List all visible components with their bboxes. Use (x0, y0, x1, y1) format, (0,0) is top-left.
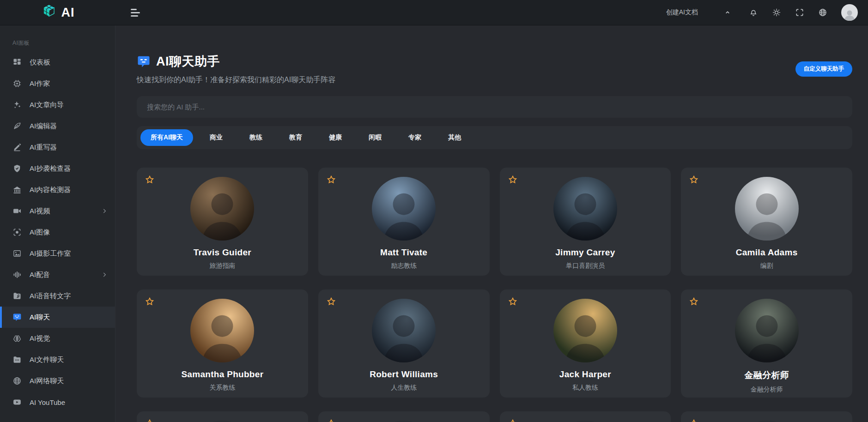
favorite-star-icon[interactable] (145, 297, 154, 306)
cube-logo-icon (41, 4, 57, 21)
favorite-star-icon[interactable] (145, 175, 154, 184)
assistant-name: Samantha Phubber (137, 369, 308, 380)
assistant-card[interactable]: Jimmy Carrey 单口喜剧演员 (500, 168, 671, 276)
shield-check-icon (12, 164, 22, 173)
create-ai-doc-button[interactable]: 创建AI文档 (666, 8, 698, 17)
photo-icon (12, 249, 22, 258)
dashboard-icon (12, 58, 22, 67)
chat-bubble-icon (12, 313, 22, 322)
sidebar-item-ai-voiceover[interactable]: AI配音 (0, 264, 115, 285)
assistant-role: 励志教练 (318, 262, 490, 270)
assistant-card[interactable]: Matt Tivate 励志教练 (318, 168, 490, 276)
sidebar-item-ai-article-wizard[interactable]: AI文章向导 (0, 94, 115, 115)
assistant-card-partial[interactable] (137, 411, 308, 422)
favorite-star-icon[interactable] (508, 175, 517, 184)
folder-dots-icon (12, 355, 22, 364)
tab-business[interactable]: 商业 (200, 129, 233, 146)
tab-all-ai-chats[interactable]: 所有AI聊天 (140, 129, 193, 146)
logo-text: AI (61, 6, 75, 20)
pencil-icon (12, 143, 22, 152)
sidebar-item-ai-speech-to-text[interactable]: AI语音转文字 (0, 285, 115, 307)
category-tabs: 所有AI聊天 商业 教练 教育 健康 闲暇 专家 其他 (137, 126, 852, 149)
sidebar-item-ai-chat[interactable]: AI聊天 (0, 307, 115, 328)
topbar-actions: 创建AI文档 (666, 4, 868, 21)
waveform-icon (12, 270, 22, 279)
globe-icon[interactable] (818, 8, 827, 17)
sidebar-item-label: AI文件聊天 (30, 356, 64, 364)
favorite-star-icon[interactable] (508, 419, 517, 422)
search-input[interactable] (137, 103, 852, 111)
sidebar-item-dashboard[interactable]: 仪表板 (0, 52, 115, 73)
assistant-avatar (553, 299, 617, 362)
fullscreen-icon[interactable] (795, 8, 804, 17)
assistant-card-partial[interactable] (681, 411, 852, 422)
assistant-avatar (190, 177, 254, 241)
search-box (137, 96, 852, 118)
page-subtitle: 快速找到你的AI助手！准备好探索我们精彩的AI聊天助手阵容 (137, 75, 335, 85)
assistant-card[interactable]: 金融分析师 金融分析师 (681, 289, 852, 398)
sidebar-item-ai-writer[interactable]: AI作家 (0, 73, 115, 94)
assistant-name: Camila Adams (681, 247, 852, 258)
custom-chat-assistant-button[interactable]: 自定义聊天助手 (795, 61, 853, 77)
favorite-star-icon[interactable] (689, 419, 698, 422)
tab-other[interactable]: 其他 (438, 129, 471, 146)
menu-toggle-icon[interactable] (131, 9, 140, 17)
sidebar-item-ai-photo-studio[interactable]: AI摄影工作室 (0, 243, 115, 264)
tab-coach[interactable]: 教练 (239, 129, 273, 146)
assistant-card-partial[interactable] (500, 411, 671, 422)
assistant-role: 金融分析师 (681, 386, 852, 394)
globe-icon (12, 376, 22, 386)
sidebar-item-ai-web-chat[interactable]: AI网络聊天 (0, 370, 115, 392)
sidebar-item-ai-video[interactable]: AI视频 (0, 200, 115, 222)
sidebar-item-ai-rewriter[interactable]: AI重写器 (0, 137, 115, 158)
sidebar-item-label: AI编辑器 (30, 122, 57, 131)
sidebar-item-ai-plagiarism-checker[interactable]: AI抄袭检查器 (0, 158, 115, 179)
topbar: AI 创建AI文档 (0, 0, 868, 25)
page-header: AI聊天助手 快速找到你的AI助手！准备好探索我们精彩的AI聊天助手阵容 自定义… (137, 53, 852, 85)
assistant-card[interactable]: Samantha Phubber 关系教练 (137, 289, 308, 398)
main-content: AI聊天助手 快速找到你的AI助手！准备好探索我们精彩的AI聊天助手阵容 自定义… (115, 25, 868, 422)
favorite-star-icon[interactable] (327, 297, 336, 306)
sidebar-item-ai-vision[interactable]: AI视觉 (0, 328, 115, 349)
chevron-up-icon[interactable] (723, 8, 732, 17)
folder-music-icon (12, 291, 22, 301)
youtube-icon (12, 398, 22, 407)
bell-icon[interactable] (749, 8, 758, 17)
assistant-card[interactable]: Robert Williams 人生教练 (318, 289, 490, 398)
assistant-card-partial[interactable] (318, 411, 490, 422)
tab-education[interactable]: 教育 (279, 129, 312, 146)
cpu-icon (12, 79, 22, 88)
tab-leisure[interactable]: 闲暇 (358, 129, 392, 146)
favorite-star-icon[interactable] (145, 419, 154, 422)
favorite-star-icon[interactable] (689, 175, 698, 184)
sidebar-item-ai-file-chat[interactable]: AI文件聊天 (0, 349, 115, 370)
assistant-card[interactable]: Camila Adams 编剧 (681, 168, 852, 276)
favorite-star-icon[interactable] (327, 419, 336, 422)
sidebar-item-label: AI内容检测器 (30, 186, 71, 194)
tab-expert[interactable]: 专家 (398, 129, 431, 146)
bank-icon (12, 185, 22, 194)
app-logo[interactable]: AI (0, 4, 115, 21)
sun-icon[interactable] (772, 8, 781, 17)
favorite-star-icon[interactable] (327, 175, 336, 184)
sidebar-item-label: AI网络聊天 (30, 377, 64, 386)
sidebar-item-ai-youtube[interactable]: AI YouTube (0, 392, 115, 413)
tab-health[interactable]: 健康 (319, 129, 352, 146)
assistant-card[interactable]: Jack Harper 私人教练 (500, 289, 671, 398)
user-avatar[interactable] (841, 4, 858, 21)
assistant-role: 关系教练 (137, 384, 308, 392)
assistant-avatar (735, 177, 799, 241)
assistant-card[interactable]: Travis Guider 旅游指南 (137, 168, 308, 276)
assistant-avatar (372, 299, 436, 362)
sidebar-item-ai-content-detector[interactable]: AI内容检测器 (0, 179, 115, 200)
assistant-role: 单口喜剧演员 (500, 262, 671, 270)
sidebar-item-label: 仪表板 (30, 58, 50, 67)
favorite-star-icon[interactable] (689, 297, 698, 306)
sidebar-item-label: AI配音 (30, 271, 50, 279)
favorite-star-icon[interactable] (508, 297, 517, 306)
sidebar-item-ai-image[interactable]: AI图像 (0, 222, 115, 243)
assistant-role: 私人教练 (500, 384, 671, 392)
sidebar-item-ai-editor[interactable]: AI编辑器 (0, 115, 115, 137)
sidebar-item-label: AI图像 (30, 228, 50, 237)
sidebar-item-label: AI作家 (30, 79, 50, 88)
